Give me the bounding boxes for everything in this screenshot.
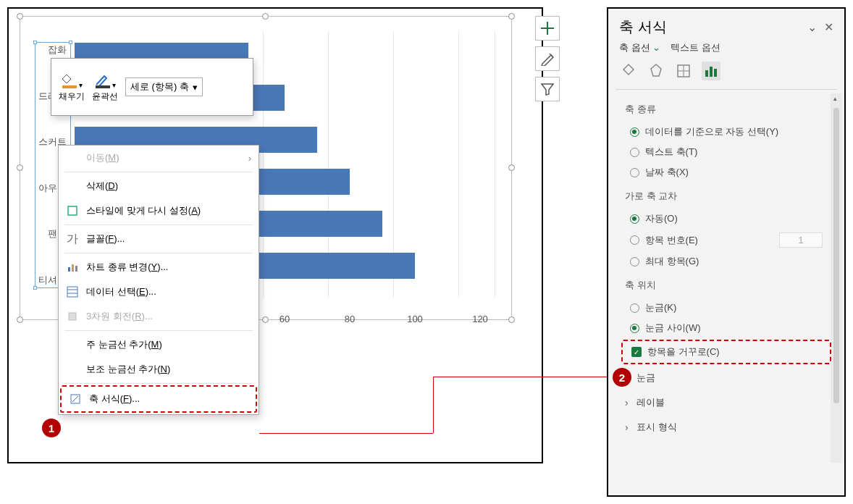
effects-icon[interactable]	[647, 62, 665, 80]
fill-button[interactable]: ▾ 채우기	[59, 72, 85, 103]
close-icon[interactable]: ✕	[824, 20, 833, 34]
svg-rect-8	[67, 287, 77, 297]
axis-sel-handle	[33, 286, 37, 290]
svg-rect-5	[68, 267, 70, 272]
handle-tm[interactable]	[262, 13, 269, 20]
format-axis-pane: 축 서식 ⌄ ✕ 축 옵션 ⌄ 텍스트 옵션 ▴ 축 종류 데이터를 기준으로 …	[607, 7, 846, 497]
handle-tl[interactable]	[17, 13, 23, 20]
pane-title: 축 서식	[619, 17, 800, 37]
x-tick: 80	[345, 314, 355, 324]
svg-marker-13	[651, 64, 661, 76]
checkbox-checked-icon: ✓	[631, 347, 642, 357]
radio-auto[interactable]: 자동(O)	[621, 209, 831, 229]
bar-chart-icon	[66, 261, 79, 274]
mini-toolbar[interactable]: ▾ 채우기 ▾ 윤곽선 세로 (항목) 축 ▾	[51, 58, 253, 116]
expander-label[interactable]: 레이블	[621, 390, 831, 415]
tab-axis-options[interactable]: 축 옵션 ⌄	[619, 41, 660, 54]
radio-tick[interactable]: 눈금(K)	[621, 298, 831, 318]
connector-line	[433, 377, 607, 377]
checkbox-reverse-items[interactable]: ✓ 항목을 거꾸로(C)	[623, 341, 830, 363]
gridline	[495, 31, 495, 298]
menu-select-data[interactable]: 데이터 선택(E)...	[59, 280, 259, 304]
radio-auto-by-data[interactable]: 데이터를 기준으로 자동 선택(Y)	[621, 122, 831, 142]
x-tick: 120	[472, 314, 488, 324]
svg-rect-7	[75, 266, 77, 272]
svg-rect-11	[69, 313, 76, 320]
chevron-down-icon[interactable]: ⌄	[807, 20, 817, 34]
handle-tr[interactable]	[508, 13, 515, 20]
y-label: 잡화	[35, 43, 70, 57]
handle-lm[interactable]	[17, 164, 23, 171]
menu-minor-gridlines[interactable]: 보조 눈금선 추가(N)	[59, 357, 259, 382]
menu-reset-style[interactable]: 스타일에 맞게 다시 설정(A)	[59, 198, 259, 223]
chart-side-buttons	[535, 16, 560, 101]
item-number-input[interactable]	[779, 232, 823, 248]
chevron-down-icon: ▾	[193, 82, 198, 93]
cube-icon	[66, 310, 79, 323]
svg-rect-4	[68, 206, 77, 215]
axis-sel-handle	[69, 41, 72, 44]
menu-delete[interactable]: 삭제(D)	[59, 174, 259, 198]
svg-rect-18	[710, 67, 713, 77]
group-cross: 가로 축 교차	[621, 182, 831, 209]
connector-line	[259, 433, 433, 434]
menu-major-gridlines[interactable]: 주 눈금선 추가(M)	[59, 332, 259, 357]
menu-change-chart-type[interactable]: 차트 종류 변경(Y)...	[59, 255, 259, 280]
fill-label: 채우기	[59, 91, 85, 103]
menu-3d-rotation: 3차원 회전(R)...	[59, 304, 259, 329]
context-menu: 이동(M) › 삭제(D) 스타일에 맞게 다시 설정(A) 가 글꼴(F)..…	[58, 145, 259, 415]
outline-label: 윤곽선	[92, 91, 118, 103]
axis-selector-dropdown[interactable]: 세로 (항목) 축 ▾	[125, 77, 203, 96]
svg-rect-2	[62, 85, 77, 88]
tab-text-options[interactable]: 텍스트 옵션	[671, 41, 720, 54]
axis-selector-value: 세로 (항목) 축	[130, 80, 189, 93]
radio-max-item[interactable]: 최대 항목(G)	[621, 251, 831, 272]
radio-date-axis[interactable]: 날짜 축(X)	[621, 162, 831, 182]
axis-options-icon[interactable]	[702, 62, 720, 80]
handle-rm[interactable]	[508, 164, 515, 171]
menu-font[interactable]: 가 글꼴(F)...	[59, 227, 259, 251]
format-icon	[69, 392, 82, 406]
svg-rect-17	[705, 70, 708, 77]
reset-icon	[66, 204, 79, 217]
handle-bm[interactable]	[262, 316, 269, 323]
radio-text-axis[interactable]: 텍스트 축(T)	[621, 142, 831, 162]
annotation-marker-1: 1	[42, 419, 61, 437]
svg-rect-3	[96, 85, 110, 88]
radio-between-tick[interactable]: 눈금 사이(W)	[621, 318, 831, 338]
handle-bl[interactable]	[17, 316, 23, 323]
annotation-marker-2: 2	[613, 368, 631, 387]
expander-number-format[interactable]: 표시 형식	[621, 415, 831, 440]
group-axis-type: 축 종류	[621, 96, 831, 122]
radio-item-number[interactable]: 항목 번호(E)	[621, 229, 831, 251]
menu-format-axis[interactable]: 축 서식(F)...	[62, 387, 256, 411]
chevron-right-icon: ›	[248, 153, 251, 164]
fill-line-icon[interactable]	[619, 62, 638, 80]
menu-move: 이동(M) ›	[59, 146, 259, 170]
table-icon	[66, 285, 79, 298]
outline-button[interactable]: ▾ 윤곽선	[92, 72, 118, 103]
chart-styles-button[interactable]	[535, 46, 560, 71]
handle-br[interactable]	[508, 316, 515, 323]
x-tick: 60	[280, 314, 290, 324]
svg-rect-6	[72, 264, 74, 272]
font-icon: 가	[66, 232, 79, 245]
expander-tick[interactable]: 눈금	[621, 366, 831, 390]
size-properties-icon[interactable]	[674, 62, 693, 80]
chart-filter-button[interactable]	[535, 77, 560, 101]
x-tick: 100	[407, 314, 423, 324]
group-position: 축 위치	[621, 272, 831, 298]
chart-elements-button[interactable]	[535, 16, 560, 41]
svg-rect-19	[714, 69, 717, 77]
connector-line	[433, 377, 434, 433]
axis-sel-handle	[33, 41, 37, 44]
